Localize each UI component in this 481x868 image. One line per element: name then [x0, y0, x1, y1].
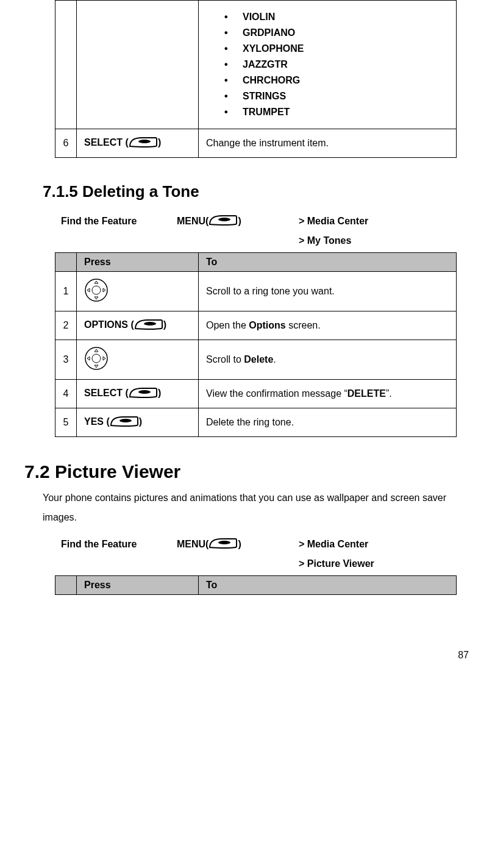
- svg-point-2: [85, 279, 107, 301]
- softkey-icon: [208, 536, 238, 552]
- to-cell: View the confirmation message “DELETE”.: [199, 380, 457, 408]
- press-label: SELECT: [84, 388, 123, 398]
- instrument-table: VIOLINGRDPIANOXYLOPHONEJAZZGTRCHRCHORGST…: [55, 0, 457, 158]
- step-num: 2: [55, 311, 77, 340]
- svg-point-1: [218, 218, 230, 221]
- step-num: 5: [55, 408, 77, 437]
- find-feature-label: Find the Feature: [61, 216, 177, 227]
- instrument-item: JAZZGTR: [224, 59, 449, 70]
- close-paren: ): [238, 539, 241, 550]
- press-label: SELECT: [84, 137, 123, 148]
- close-paren: ): [238, 216, 241, 227]
- softkey-icon: [110, 414, 139, 430]
- step-num-empty: [55, 1, 77, 129]
- svg-point-5: [85, 347, 107, 369]
- press-cell: YES (): [77, 408, 199, 437]
- find-feature-label: Find the Feature: [61, 539, 177, 550]
- instrument-item: STRINGS: [224, 91, 449, 102]
- press-cell: SELECT (): [77, 129, 199, 158]
- softkey-icon: [129, 386, 158, 402]
- softkey-icon: [129, 135, 158, 151]
- press-cell: OPTIONS (): [77, 311, 199, 340]
- press-label: OPTIONS: [84, 319, 128, 330]
- page-number: 87: [0, 650, 469, 661]
- header-blank: [55, 253, 77, 272]
- softkey-icon: [208, 213, 238, 229]
- header-press: Press: [77, 576, 199, 595]
- to-cell: Scroll to a ring tone you want.: [199, 272, 457, 311]
- svg-point-0: [138, 140, 151, 143]
- svg-point-6: [92, 354, 101, 363]
- picture-viewer-table: Press To: [55, 575, 457, 595]
- instrument-item: GRDPIANO: [224, 27, 449, 38]
- softkey-icon: [134, 318, 163, 333]
- header-to: To: [199, 576, 457, 595]
- press-cell: [77, 340, 199, 380]
- press-empty: [77, 1, 199, 129]
- to-cell: Scroll to Delete.: [199, 340, 457, 380]
- find-feature-path1: > Media Center: [299, 216, 457, 227]
- chapter-body: Your phone contains pictures and animati…: [43, 488, 457, 527]
- to-bold: DELETE: [347, 388, 386, 399]
- step-num: 6: [55, 129, 77, 158]
- header-press: Press: [77, 253, 199, 272]
- chapter-heading-72: 7.2 Picture Viewer: [24, 461, 457, 482]
- section-heading-715: 7.1.5 Deleting a Tone: [43, 182, 457, 201]
- delete-tone-table: Press To 1Scroll to a ring tone you want…: [55, 252, 457, 437]
- close-paren: ): [158, 137, 161, 148]
- instrument-item: VIOLIN: [224, 12, 449, 23]
- svg-point-3: [92, 286, 101, 294]
- nav-icon: [84, 346, 109, 373]
- to-text: Scroll to: [206, 354, 244, 365]
- to-bold: Delete: [244, 354, 273, 365]
- to-text: View the confirmation message “: [206, 388, 347, 399]
- find-feature-path1: > Media Center: [299, 539, 457, 550]
- svg-point-8: [119, 419, 132, 422]
- to-text: .: [273, 354, 276, 365]
- svg-point-9: [218, 541, 230, 544]
- header-blank: [55, 576, 77, 595]
- svg-point-7: [138, 390, 151, 394]
- to-text: ”.: [386, 388, 392, 399]
- nav-icon: [84, 278, 109, 305]
- to-text: screen.: [286, 320, 321, 330]
- instrument-item: XYLOPHONE: [224, 43, 449, 54]
- press-cell: SELECT (): [77, 380, 199, 408]
- instrument-item: TRUMPET: [224, 107, 449, 118]
- instrument-cell: VIOLINGRDPIANOXYLOPHONEJAZZGTRCHRCHORGST…: [199, 1, 457, 129]
- to-bold: Options: [249, 320, 285, 330]
- menu-label: MENU: [177, 539, 205, 550]
- find-feature-menu: MENU (): [177, 536, 299, 552]
- find-feature-menu: MENU (): [177, 213, 299, 229]
- header-to: To: [199, 253, 457, 272]
- step-num: 1: [55, 272, 77, 311]
- find-feature-row: Find the Feature MENU () > Media Center: [61, 213, 457, 229]
- step-num: 4: [55, 380, 77, 408]
- find-feature-path2: > My Tones: [299, 235, 457, 246]
- to-text: Open the: [206, 320, 249, 330]
- to-cell: Change the instrument item.: [199, 129, 457, 158]
- to-text: Delete the ring tone.: [206, 417, 294, 427]
- svg-point-4: [144, 322, 156, 326]
- find-feature-path2: > Picture Viewer: [299, 558, 457, 569]
- find-feature-row-72: Find the Feature MENU () > Media Center: [61, 536, 457, 552]
- step-num: 3: [55, 340, 77, 380]
- to-cell: Open the Options screen.: [199, 311, 457, 340]
- to-text: Scroll to a ring tone you want.: [206, 286, 335, 296]
- menu-label: MENU: [177, 216, 205, 227]
- instrument-item: CHRCHORG: [224, 75, 449, 86]
- press-label: YES: [84, 416, 104, 427]
- press-cell: [77, 272, 199, 311]
- to-cell: Delete the ring tone.: [199, 408, 457, 437]
